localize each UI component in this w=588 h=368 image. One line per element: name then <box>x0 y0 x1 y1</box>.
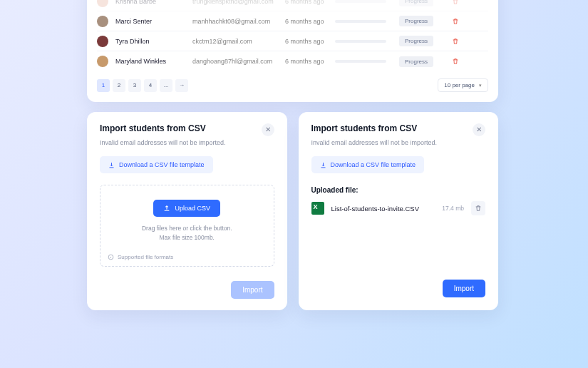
close-icon: ✕ <box>476 126 482 133</box>
student-email: danghoang87hl@gmail.com <box>192 58 285 65</box>
import-card-uploaded: Import students from CSV ✕ Invalid email… <box>299 112 499 310</box>
avatar <box>97 36 108 47</box>
download-template-label: Download a CSV file template <box>331 161 416 168</box>
student-name: Krishna Barbe <box>115 0 192 5</box>
progress-cell <box>335 0 399 3</box>
import-button[interactable]: Import <box>443 280 485 297</box>
pager-page[interactable]: 2 <box>113 79 125 92</box>
download-icon <box>320 162 326 168</box>
trash-icon <box>452 38 459 45</box>
pager-ellipsis: ... <box>160 79 172 92</box>
student-email: manhhachkt08@gmail.com <box>192 18 285 25</box>
status-cell: Progress <box>399 36 442 46</box>
pager: 1234...→ <box>97 79 188 92</box>
import-button[interactable]: Import <box>231 281 274 299</box>
table-footer: 1234...→ 10 per page ▾ <box>97 71 488 92</box>
time-ago: 6 months ago <box>285 18 335 25</box>
download-icon <box>108 162 115 168</box>
student-name: Maryland Winkles <box>115 58 192 65</box>
status-cell: Progress <box>399 16 442 26</box>
table-row: Krishna Barbetrungkienspktnd@gmail.com6 … <box>97 0 488 11</box>
uploaded-file-row: List-of-students-to-invite.CSV 17.4 mb <box>311 201 486 215</box>
progress-bar <box>335 20 386 23</box>
delete-row-button[interactable] <box>442 38 459 45</box>
upload-icon <box>163 205 170 212</box>
trash-icon <box>475 205 482 212</box>
status-badge: Progress <box>399 0 433 6</box>
download-template-label: Download a CSV file template <box>119 161 205 168</box>
status-badge: Progress <box>399 16 433 26</box>
students-table-card: Krishna Barbetrungkienspktnd@gmail.com6 … <box>87 0 498 102</box>
table-row: Maryland Winklesdanghoang87hl@gmail.com6… <box>97 51 488 71</box>
import-card-empty: Import students from CSV ✕ Invalid email… <box>87 112 287 310</box>
time-ago: 6 months ago <box>285 58 335 65</box>
time-ago: 6 months ago <box>285 38 335 45</box>
time-ago: 6 months ago <box>285 0 335 5</box>
avatar <box>97 16 108 27</box>
avatar <box>97 0 108 7</box>
avatar <box>97 56 108 67</box>
student-name: Tyra Dhillon <box>115 38 192 45</box>
import-title: Import students from CSV <box>100 123 206 133</box>
progress-cell <box>335 60 399 63</box>
student-email: ckctm12@gmail.com <box>192 38 285 45</box>
table-row: Marci Sentermanhhachkt08@gmail.com6 mont… <box>97 11 488 31</box>
pager-page[interactable]: 1 <box>97 79 110 92</box>
pager-page[interactable]: 3 <box>128 79 141 92</box>
upload-label: Upload CSV <box>175 205 210 212</box>
delete-row-button[interactable] <box>442 58 459 65</box>
chevron-down-icon: ▾ <box>479 83 482 88</box>
import-title: Import students from CSV <box>311 123 418 133</box>
import-subtitle: Invalid email addresses will not be impo… <box>311 139 486 146</box>
trash-icon <box>452 0 459 5</box>
dropzone-hint: Drag files here or click the button. Max… <box>108 224 267 242</box>
student-name: Marci Senter <box>115 18 192 25</box>
status-badge: Progress <box>399 36 433 46</box>
info-icon <box>108 254 114 260</box>
uploaded-file-name: List-of-students-to-invite.CSV <box>331 205 435 213</box>
delete-row-button[interactable] <box>442 0 459 5</box>
status-badge: Progress <box>399 56 433 67</box>
import-subtitle: Invalid email addresses will not be impo… <box>100 139 274 146</box>
progress-bar <box>335 40 386 43</box>
trash-icon <box>452 18 459 25</box>
download-template-button[interactable]: Download a CSV file template <box>100 156 213 173</box>
remove-file-button[interactable] <box>471 201 485 215</box>
close-button[interactable]: ✕ <box>473 123 485 136</box>
upload-csv-button[interactable]: Upload CSV <box>153 200 220 217</box>
close-button[interactable]: ✕ <box>262 123 274 136</box>
progress-bar <box>335 60 386 63</box>
table-row: Tyra Dhillonckctm12@gmail.com6 months ag… <box>97 31 488 51</box>
status-cell: Progress <box>399 56 442 67</box>
supported-formats: Supported file formats <box>108 250 267 260</box>
uploaded-file-size: 17.4 mb <box>442 205 464 212</box>
student-email: trungkienspktnd@gmail.com <box>192 0 285 5</box>
upload-dropzone[interactable]: Upload CSV Drag files here or click the … <box>100 185 274 267</box>
status-cell: Progress <box>399 0 442 6</box>
progress-cell <box>335 40 399 43</box>
delete-row-button[interactable] <box>442 18 459 25</box>
uploaded-file-label: Uploaded file: <box>311 186 486 194</box>
progress-bar <box>335 0 386 3</box>
progress-cell <box>335 20 399 23</box>
download-template-button[interactable]: Download a CSV file template <box>311 156 425 173</box>
per-page-select[interactable]: 10 per page ▾ <box>438 78 488 92</box>
close-icon: ✕ <box>265 126 271 133</box>
trash-icon <box>452 58 459 65</box>
per-page-label: 10 per page <box>444 82 475 88</box>
excel-icon <box>311 202 324 215</box>
pager-page[interactable]: 4 <box>144 79 157 92</box>
pager-next[interactable]: → <box>175 79 188 92</box>
